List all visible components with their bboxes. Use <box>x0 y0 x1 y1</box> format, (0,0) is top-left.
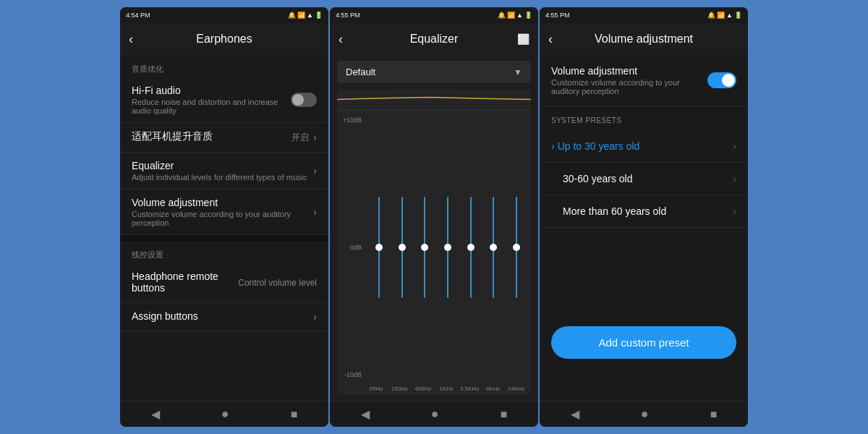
preset-label-2: More than 60 years old <box>563 205 733 217</box>
assign-chevron: › <box>313 311 317 323</box>
screen-earphones: 4:54 PM 🔔 📶 ▲ 🔋 ‹ Earphones 音质优化 <box>120 7 328 427</box>
eq-handle-1[interactable] <box>399 244 406 251</box>
back-button-1[interactable]: ‹ <box>129 32 146 47</box>
menu-item-equalizer[interactable]: Equalizer Adjust individual levels for d… <box>120 153 328 190</box>
freq-label-3: 1KHz <box>435 386 458 392</box>
eq-track-1 <box>401 197 403 298</box>
system-presets-label: SYSTEM PRESETS <box>540 106 748 130</box>
status-icons-1: 🔔 📶 ▲ 🔋 <box>288 12 323 19</box>
adapt-badge: 开启 <box>292 132 309 144</box>
eq-preset-label: Default <box>346 67 375 77</box>
preset-item-2[interactable]: More than 60 years old › <box>540 195 748 228</box>
eq-curve-svg <box>337 89 531 110</box>
hifi-toggle[interactable] <box>291 93 317 107</box>
freq-label-6: 14KHz <box>505 386 528 392</box>
screen-equalizer: 4:55 PM 🔔 📶 ▲ 🔋 ‹ Equalizer ⬜ <box>330 7 538 427</box>
vol-toggle-item[interactable]: Volume adjustment Customize volume accor… <box>540 55 748 106</box>
vol-item-title: Volume adjustment <box>551 65 707 77</box>
eq-title: Equalizer <box>132 160 313 171</box>
db-label-top: +10dB <box>337 116 365 124</box>
back-nav-3[interactable]: ◀ <box>559 404 591 424</box>
dropdown-arrow-icon: ▼ <box>514 67 522 77</box>
battery-icon-2: 🔋 <box>524 12 532 19</box>
eq-track-4 <box>470 197 472 298</box>
eq-handle-0[interactable] <box>375 244 383 251</box>
menu-item-volume[interactable]: Volume adjustment Customize volume accor… <box>120 190 328 235</box>
eq-slider-1[interactable] <box>391 197 414 298</box>
eq-slider-0[interactable] <box>367 197 391 298</box>
notification-icon: 🔔 <box>288 12 296 19</box>
back-button-2[interactable]: ‹ <box>339 32 356 47</box>
screen-content-1: 音质优化 Hi-Fi audio Reduce noise and distor… <box>120 55 328 401</box>
recent-nav-1[interactable]: ■ <box>279 405 310 424</box>
time-2: 4:55 PM <box>336 12 360 19</box>
top-bar-1: ‹ Earphones <box>120 23 328 55</box>
eq-handle-4[interactable] <box>467 244 475 251</box>
status-bar-1: 4:54 PM 🔔 📶 ▲ 🔋 <box>120 7 328 23</box>
page-title-3: Volume adjustment <box>566 33 722 46</box>
preset-item-0[interactable]: › Up to 30 years old › <box>540 130 748 163</box>
signal-icon: 📶 <box>297 12 305 19</box>
eq-track-2 <box>424 197 425 298</box>
vol-content: Volume adjustment Customize volume accor… <box>540 55 748 401</box>
vol-title: Volume adjustment <box>132 197 313 208</box>
eq-slider-2[interactable] <box>413 197 436 298</box>
back-button-3[interactable]: ‹ <box>548 32 566 47</box>
top-bar-3: ‹ Volume adjustment <box>540 23 748 55</box>
eq-handle-3[interactable] <box>444 244 451 251</box>
time-1: 4:54 PM <box>126 12 150 19</box>
preset-arrow-0: › <box>733 140 736 152</box>
wifi-icon-3: ▲ <box>726 12 733 19</box>
eq-slider-5[interactable] <box>482 197 506 298</box>
eq-container: Default ▼ +10dB <box>330 55 538 401</box>
vol-toggle-knob <box>722 74 735 87</box>
signal-icon-2: 📶 <box>507 12 515 19</box>
notification-icon-3: 🔔 <box>707 12 715 19</box>
bottom-nav-3: ◀ ● ■ <box>540 401 748 427</box>
menu-item-hifi[interactable]: Hi-Fi audio Reduce noise and distortion … <box>120 77 328 123</box>
menu-item-remote[interactable]: Headphone remote buttons Control volume … <box>120 263 328 303</box>
eq-slider-3[interactable] <box>436 197 459 298</box>
add-custom-preset-button[interactable]: Add custom preset <box>551 326 736 359</box>
menu-item-adapt[interactable]: 适配耳机提升音质 开启 › <box>120 123 328 153</box>
eq-track-5 <box>493 197 494 298</box>
remote-badge: Control volume level <box>238 278 317 288</box>
recent-nav-2[interactable]: ■ <box>489 405 519 424</box>
back-nav-1[interactable]: ◀ <box>140 404 171 424</box>
battery-icon: 🔋 <box>315 12 323 19</box>
recent-nav-3[interactable]: ■ <box>699 405 729 424</box>
preset-arrow-1: › <box>733 173 736 184</box>
eq-track-0 <box>378 197 380 298</box>
home-nav-2[interactable]: ● <box>420 404 451 425</box>
top-bar-2: ‹ Equalizer ⬜ <box>330 23 538 55</box>
eq-slider-4[interactable] <box>459 197 482 298</box>
wifi-icon: ▲ <box>307 12 313 19</box>
preset-label-0: Up to 30 years old <box>558 140 733 152</box>
bottom-nav-2: ◀ ● ■ <box>330 401 538 427</box>
vol-item-subtitle: Customize volume according to your audit… <box>551 78 707 95</box>
preset-item-1[interactable]: 30-60 years old › <box>540 163 748 195</box>
eq-slider-6[interactable] <box>505 197 528 298</box>
back-nav-2[interactable]: ◀ <box>349 404 381 424</box>
db-label-mid: 0dB <box>337 244 365 251</box>
page-title-2: Equalizer <box>356 33 512 46</box>
status-icons-2: 🔔 📶 ▲ 🔋 <box>498 12 532 19</box>
home-nav-3[interactable]: ● <box>629 404 660 425</box>
home-nav-1[interactable]: ● <box>210 404 241 425</box>
vol-toggle-switch[interactable] <box>707 72 736 88</box>
section-remote-label: 线控设置 <box>120 241 328 263</box>
menu-item-assign[interactable]: Assign buttons › <box>120 303 328 331</box>
eq-handle-2[interactable] <box>421 244 428 251</box>
eq-subtitle: Adjust individual levels for different t… <box>132 173 313 182</box>
signal-icon-3: 📶 <box>717 12 725 19</box>
eq-handle-6[interactable] <box>513 244 520 251</box>
expand-icon[interactable]: ⬜ <box>517 33 529 45</box>
eq-handle-5[interactable] <box>490 244 497 251</box>
assign-title: Assign buttons <box>132 310 313 322</box>
vol-subtitle: Customize volume according to your audit… <box>132 210 313 227</box>
divider-1 <box>120 235 328 241</box>
eq-db-labels: +10dB 0dB -10dB <box>337 111 365 384</box>
toggle-knob <box>292 94 304 106</box>
freq-label-4: 2.5KHz <box>458 386 481 392</box>
eq-preset-dropdown[interactable]: Default ▼ <box>337 61 531 83</box>
